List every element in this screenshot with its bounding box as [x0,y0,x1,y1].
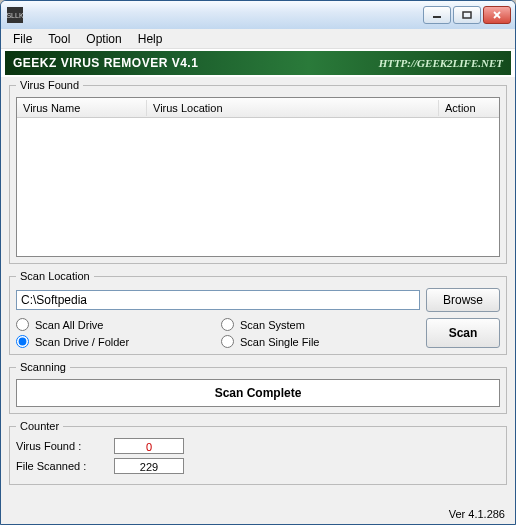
radio-drive-folder[interactable]: Scan Drive / Folder [16,335,211,348]
scanning-group: Scanning Scan Complete [9,361,507,414]
banner-url: HTTP://GEEK2LIFE.NET [379,57,503,69]
app-window: SLLK File Tool Option Help GEEKZ VIRUS R… [0,0,516,525]
content-area: Virus Found Virus Name Virus Location Ac… [1,77,515,508]
titlebar[interactable]: SLLK [1,1,515,29]
radio-single-file[interactable]: Scan Single File [221,335,416,348]
menu-help[interactable]: Help [130,30,171,48]
version-label: Ver 4.1.286 [1,508,515,524]
scan-button[interactable]: Scan [426,318,500,348]
browse-button[interactable]: Browse [426,288,500,312]
path-input[interactable] [16,290,420,310]
file-scanned-value: 229 [114,458,184,474]
menu-tool[interactable]: Tool [40,30,78,48]
banner: GEEKZ VIRUS REMOVER V4.1 HTTP://GEEK2LIF… [5,51,511,75]
banner-title: GEEKZ VIRUS REMOVER V4.1 [13,56,198,70]
maximize-button[interactable] [453,6,481,24]
scan-status: Scan Complete [16,379,500,407]
col-virus-location[interactable]: Virus Location [147,100,439,116]
scanning-legend: Scanning [16,361,70,373]
file-scanned-label: File Scanned : [16,460,106,472]
table-header: Virus Name Virus Location Action [17,98,499,118]
radio-system[interactable]: Scan System [221,318,416,331]
virus-found-legend: Virus Found [16,79,83,91]
scan-location-group: Scan Location Browse Scan All Drive Scan… [9,270,507,355]
window-controls [423,6,511,24]
col-action[interactable]: Action [439,100,499,116]
counter-group: Counter Virus Found : 0 File Scanned : 2… [9,420,507,485]
virus-found-group: Virus Found Virus Name Virus Location Ac… [9,79,507,264]
menu-option[interactable]: Option [78,30,129,48]
counter-legend: Counter [16,420,63,432]
close-button[interactable] [483,6,511,24]
col-virus-name[interactable]: Virus Name [17,100,147,116]
scan-location-legend: Scan Location [16,270,94,282]
app-icon: SLLK [7,7,23,23]
virus-found-value: 0 [114,438,184,454]
svg-rect-1 [463,12,471,18]
virus-table[interactable]: Virus Name Virus Location Action [16,97,500,257]
minimize-button[interactable] [423,6,451,24]
radio-all-drive[interactable]: Scan All Drive [16,318,211,331]
menubar: File Tool Option Help [1,29,515,49]
menu-file[interactable]: File [5,30,40,48]
virus-found-label: Virus Found : [16,440,106,452]
